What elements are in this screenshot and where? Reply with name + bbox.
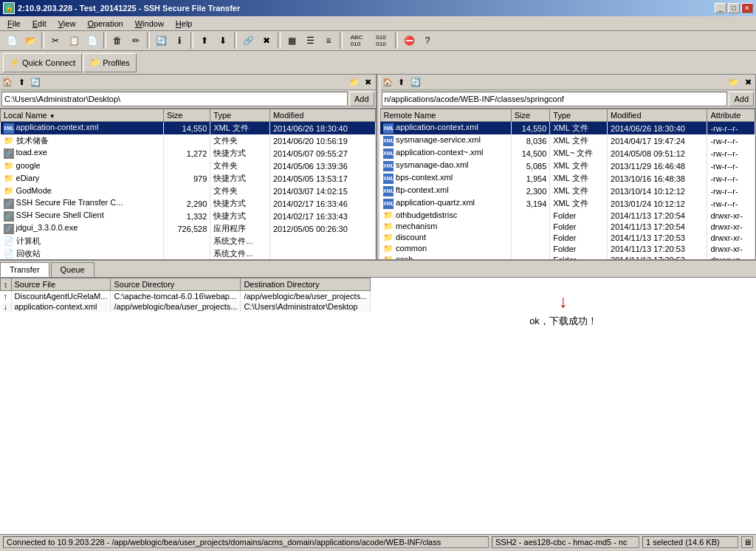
right-col-size[interactable]: Size [511, 109, 550, 122]
stop-button[interactable]: ⛔ [400, 32, 418, 49]
tab-transfer[interactable]: Transfer [0, 262, 49, 277]
connect-button[interactable]: 🔗 [239, 32, 257, 49]
download-button[interactable]: ⬇ [214, 32, 232, 49]
upload-button[interactable]: ⬆ [196, 32, 213, 49]
left-col-type[interactable]: Type [210, 109, 270, 122]
delete-button[interactable]: 🗑 [109, 32, 126, 49]
left-col-name[interactable]: Local Name ▼ [1, 109, 164, 122]
table-row[interactable]: ↑ DiscountAgentUcRelaM... C:\apache-tomc… [1, 291, 371, 302]
close-button[interactable]: ✕ [741, 3, 753, 13]
left-delete-icon[interactable]: ✖ [362, 75, 375, 89]
menu-window[interactable]: Window [129, 18, 170, 30]
properties-button[interactable]: ℹ [171, 32, 188, 49]
list-item[interactable]: 🔗 SSH Secure Shell Client 1,332 快捷方式 201… [1, 210, 376, 222]
status-icon-button[interactable]: 🖥 [741, 536, 753, 548]
list-item[interactable]: XML ftp-context.xml 2,300 XML 文件 2013/10… [380, 185, 755, 197]
toolbar-separator-3 [147, 32, 150, 49]
transfer-col-dir[interactable]: ↕ [1, 278, 12, 291]
copy-button[interactable]: 📋 [65, 32, 83, 49]
list-item[interactable]: 📄 回收站 系统文件... [1, 247, 376, 259]
menu-view[interactable]: View [52, 18, 82, 30]
right-file-list[interactable]: Remote Name Size Type Modified Attribute… [380, 109, 756, 259]
menu-file[interactable]: File [1, 18, 27, 30]
quick-connect-button[interactable]: ⚡ Quick Connect [3, 53, 82, 72]
left-up-icon[interactable]: ⬆ [15, 75, 28, 89]
list-item[interactable]: 📁 discount Folder 2014/11/13 17:20:53 dr… [380, 232, 755, 243]
list-item[interactable]: 📁 othbudgetdistrisc Folder 2014/11/13 17… [380, 210, 755, 221]
list-item[interactable]: 📄 计算机 系统文件... [1, 235, 376, 247]
right-refresh-icon[interactable]: 🔄 [409, 75, 422, 89]
right-new-folder-icon[interactable]: 📁 [727, 75, 740, 89]
minimize-button[interactable]: _ [715, 3, 726, 13]
list-item[interactable]: 📁 google 文件夹 2014/05/06 13:39:36 [1, 160, 376, 172]
left-add-button[interactable]: Add [349, 92, 374, 106]
right-col-name[interactable]: Remote Name [380, 109, 511, 122]
right-file-pane: 🏠 ⬆ 🔄 📁 ✖ Add Remote Name Size [380, 75, 757, 259]
list-item[interactable]: XML sysmanage-dao.xml 5,085 XML 文件 2013/… [380, 160, 755, 172]
list-item[interactable]: 📁 GodMode 文件夹 2014/03/07 14:02:15 [1, 185, 376, 197]
list-item[interactable]: XML application-context.xml 14,550 XML 文… [380, 122, 755, 135]
cut-button[interactable]: ✂ [47, 32, 64, 49]
left-file-pane: 🏠 ⬆ 🔄 📁 ✖ Add Local Name ▼ Size [0, 75, 377, 259]
list-item[interactable]: XML application-quartz.xml 3,194 XML 文件 … [380, 197, 755, 210]
list-item[interactable]: XML application-context.xml 14,550 XML 文… [1, 122, 376, 135]
list-item[interactable]: 🔗 jdgui_3.3.0.0.exe 726,528 应用程序 2012/05… [1, 222, 376, 235]
profiles-button[interactable]: 📁 Profiles [83, 53, 137, 72]
transfer-table[interactable]: ↕ Source File Source Directory Destinati… [0, 278, 371, 534]
grid-view-button[interactable]: ▦ [283, 32, 300, 49]
list-item[interactable]: 📁 技术储备 文件夹 2014/06/20 10:56:19 [1, 134, 376, 147]
open-button[interactable]: 📂 [21, 32, 39, 49]
right-home-icon[interactable]: 🏠 [381, 75, 394, 89]
right-pane-toolbar: 🏠 ⬆ 🔄 📁 ✖ [380, 75, 756, 90]
right-col-modified[interactable]: Modified [608, 109, 707, 122]
right-col-type[interactable]: Type [550, 109, 608, 122]
list-item[interactable]: 📁 cash Folder 2014/11/13 17:20:53 drwxr-… [380, 254, 755, 259]
list-item[interactable]: 🔗 SSH Secure File Transfer C... 2,290 快捷… [1, 197, 376, 210]
right-col-attr[interactable]: Attribute [707, 109, 755, 122]
left-refresh-icon[interactable]: 🔄 [29, 75, 42, 89]
list-item[interactable]: 🔗 toad.exe 1,272 快捷方式 2014/05/07 09:55:2… [1, 147, 376, 160]
left-pane-toolbar: 🏠 ⬆ 🔄 📁 ✖ [0, 75, 376, 90]
right-add-button[interactable]: Add [729, 92, 754, 106]
paste-button[interactable]: 📄 [83, 32, 101, 49]
left-col-modified[interactable]: Modified [269, 109, 375, 122]
left-path-input[interactable] [1, 92, 348, 106]
details-view-button[interactable]: ≡ [320, 32, 337, 49]
window-controls: _ □ ✕ [715, 3, 753, 13]
left-new-folder-icon[interactable]: 📁 [348, 75, 361, 89]
refresh-button[interactable]: 🔄 [152, 32, 170, 49]
help-button[interactable]: ? [419, 32, 436, 49]
list-view-button[interactable]: ☰ [301, 32, 319, 49]
right-up-icon[interactable]: ⬆ [395, 75, 408, 89]
ascii-button[interactable]: ABC010 [345, 32, 368, 49]
left-col-size[interactable]: Size [164, 109, 210, 122]
list-item[interactable]: 📁 common Folder 2014/11/13 17:20:53 drwx… [380, 243, 755, 254]
new-button[interactable]: 📄 [3, 32, 21, 49]
disconnect-button[interactable]: ✖ [258, 32, 275, 49]
right-path-input[interactable] [382, 92, 728, 106]
list-item[interactable]: 📁 mechanism Folder 2014/11/13 17:20:54 d… [380, 221, 755, 232]
rename-button[interactable]: ✏ [127, 32, 145, 49]
list-item[interactable]: XML bps-context.xml 1,954 XML 文件 2013/10… [380, 172, 755, 185]
maximize-button[interactable]: □ [728, 3, 740, 13]
menu-operation[interactable]: Operation [81, 18, 128, 30]
status-main-text: Connected to 10.9.203.228 - /app/weblogi… [7, 538, 441, 547]
tab-queue[interactable]: Queue [51, 262, 94, 277]
status-security-text: SSH2 - aes128-cbc - hmac-md5 - nc [495, 538, 628, 547]
transfer-col-dest-dir[interactable]: Destination Directory [241, 278, 371, 291]
list-item[interactable]: XML application-context~.xml 14,500 XML~… [380, 147, 755, 160]
window-title: 2:10.9.203.228 - Test_20141225 - SSH Sec… [18, 4, 240, 13]
list-item[interactable]: XML sysmanage-service.xml 8,036 XML 文件 2… [380, 134, 755, 147]
transfer-col-source-file[interactable]: Source File [11, 278, 111, 291]
right-delete-icon[interactable]: ✖ [741, 75, 755, 89]
table-row[interactable]: ↓ application-context.xml /app/weblogic/… [1, 301, 371, 312]
binary-button[interactable]: 010010 [369, 32, 393, 49]
menu-bar: File Edit View Operation Window Help [0, 16, 756, 31]
menu-help[interactable]: Help [170, 18, 199, 30]
left-file-list[interactable]: Local Name ▼ Size Type Modified XML appl… [0, 109, 376, 259]
status-selection-text: 1 selected (14.6 KB) [646, 538, 720, 547]
left-home-icon[interactable]: 🏠 [1, 75, 14, 89]
menu-edit[interactable]: Edit [27, 18, 52, 30]
list-item[interactable]: 📁 eDiary 979 快捷方式 2014/05/05 13:53:17 [1, 172, 376, 185]
transfer-col-source-dir[interactable]: Source Directory [111, 278, 241, 291]
